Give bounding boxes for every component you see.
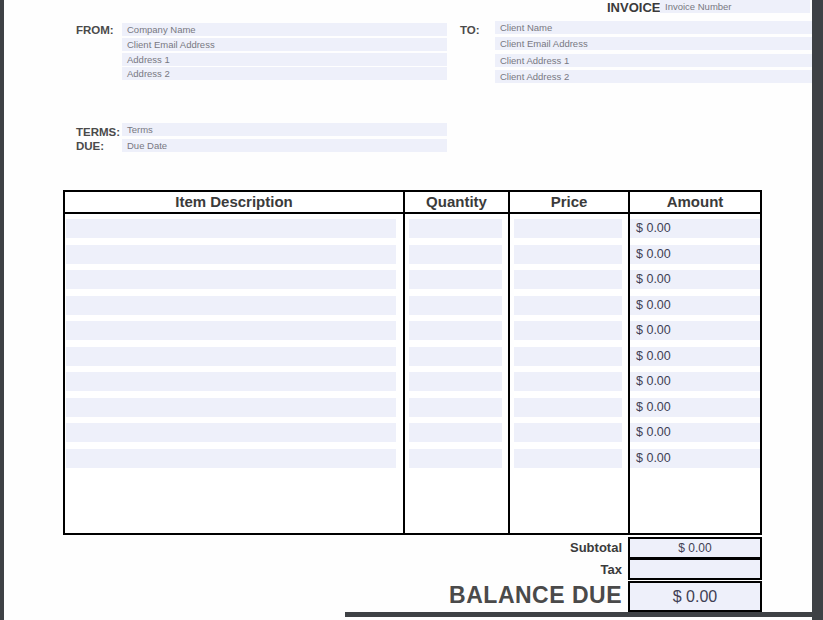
quantity-input[interactable]: [409, 270, 502, 289]
amount-cell: $ 0.00: [630, 347, 760, 366]
table-row: $ 0.00: [65, 347, 760, 366]
table-row: $ 0.00: [65, 372, 760, 391]
item-description-input[interactable]: [66, 423, 396, 442]
table-row: $ 0.00: [65, 270, 760, 289]
quantity-input[interactable]: [409, 449, 502, 468]
item-description-input[interactable]: [66, 296, 396, 315]
item-description-input[interactable]: [66, 321, 396, 340]
window-edge-bottom: [345, 612, 812, 617]
table-row: $ 0.00: [65, 296, 760, 315]
amount-cell: $ 0.00: [630, 449, 760, 468]
item-description-input[interactable]: [66, 347, 396, 366]
quantity-input[interactable]: [409, 245, 502, 264]
quantity-input[interactable]: [409, 398, 502, 417]
quantity-input[interactable]: [409, 321, 502, 340]
from-label: FROM:: [76, 24, 114, 36]
price-input[interactable]: [514, 219, 622, 238]
subtotal-label: Subtotal: [63, 540, 622, 555]
item-description-input[interactable]: [66, 245, 396, 264]
price-input[interactable]: [514, 270, 622, 289]
table-row: $ 0.00: [65, 219, 760, 238]
line-items-table: Item Description Quantity Price Amount $…: [63, 190, 762, 535]
item-description-input[interactable]: [66, 219, 396, 238]
table-row: $ 0.00: [65, 423, 760, 442]
window-edge-left: [0, 0, 4, 620]
from-field-2[interactable]: Address 1: [122, 53, 447, 66]
table-row: $ 0.00: [65, 321, 760, 340]
terms-input[interactable]: Terms: [122, 123, 447, 136]
table-row: $ 0.00: [65, 245, 760, 264]
quantity-input[interactable]: [409, 372, 502, 391]
to-label: TO:: [460, 24, 480, 36]
quantity-input[interactable]: [409, 423, 502, 442]
invoice-template-page: INVOICE Invoice Number FROM: Company Nam…: [0, 0, 823, 620]
to-field-1[interactable]: Client Email Address: [495, 37, 812, 50]
amount-cell: $ 0.00: [630, 372, 760, 391]
price-input[interactable]: [514, 321, 622, 340]
price-input[interactable]: [514, 449, 622, 468]
price-input[interactable]: [514, 423, 622, 442]
amount-cell: $ 0.00: [630, 321, 760, 340]
from-field-1[interactable]: Client Email Address: [122, 38, 447, 51]
table-header-row: Item Description Quantity Price Amount: [65, 192, 760, 214]
price-input[interactable]: [514, 347, 622, 366]
table-row: $ 0.00: [65, 398, 760, 417]
item-description-input[interactable]: [66, 398, 396, 417]
amount-cell: $ 0.00: [630, 219, 760, 238]
to-field-3[interactable]: Client Address 2: [495, 70, 812, 83]
header-item-description: Item Description: [65, 193, 403, 210]
price-input[interactable]: [514, 398, 622, 417]
amount-cell: $ 0.00: [630, 423, 760, 442]
price-input[interactable]: [514, 296, 622, 315]
from-field-3[interactable]: Address 2: [122, 67, 447, 80]
price-input[interactable]: [514, 245, 622, 264]
quantity-input[interactable]: [409, 347, 502, 366]
terms-label: TERMS:: [76, 126, 120, 138]
due-label: DUE:: [76, 140, 104, 152]
amount-cell: $ 0.00: [630, 245, 760, 264]
to-field-2[interactable]: Client Address 1: [495, 54, 812, 67]
from-field-0[interactable]: Company Name: [122, 23, 447, 36]
invoice-title: INVOICE: [607, 0, 660, 15]
balance-due-value: $ 0.00: [628, 581, 762, 612]
tax-label: Tax: [63, 562, 622, 577]
due-date-input[interactable]: Due Date: [122, 139, 447, 152]
window-edge-right: [812, 0, 823, 620]
amount-cell: $ 0.00: [630, 270, 760, 289]
header-amount: Amount: [630, 193, 760, 210]
item-description-input[interactable]: [66, 449, 396, 468]
invoice-number-input[interactable]: Invoice Number: [660, 0, 810, 13]
table-row: $ 0.00: [65, 449, 760, 468]
header-quantity: Quantity: [405, 193, 508, 210]
amount-cell: $ 0.00: [630, 398, 760, 417]
to-field-0[interactable]: Client Name: [495, 21, 812, 34]
header-price: Price: [510, 193, 628, 210]
tax-input[interactable]: [628, 558, 762, 580]
item-description-input[interactable]: [66, 270, 396, 289]
amount-cell: $ 0.00: [630, 296, 760, 315]
balance-due-label: BALANCE DUE: [63, 582, 622, 609]
item-description-input[interactable]: [66, 372, 396, 391]
price-input[interactable]: [514, 372, 622, 391]
subtotal-value: $ 0.00: [628, 537, 762, 559]
quantity-input[interactable]: [409, 219, 502, 238]
quantity-input[interactable]: [409, 296, 502, 315]
